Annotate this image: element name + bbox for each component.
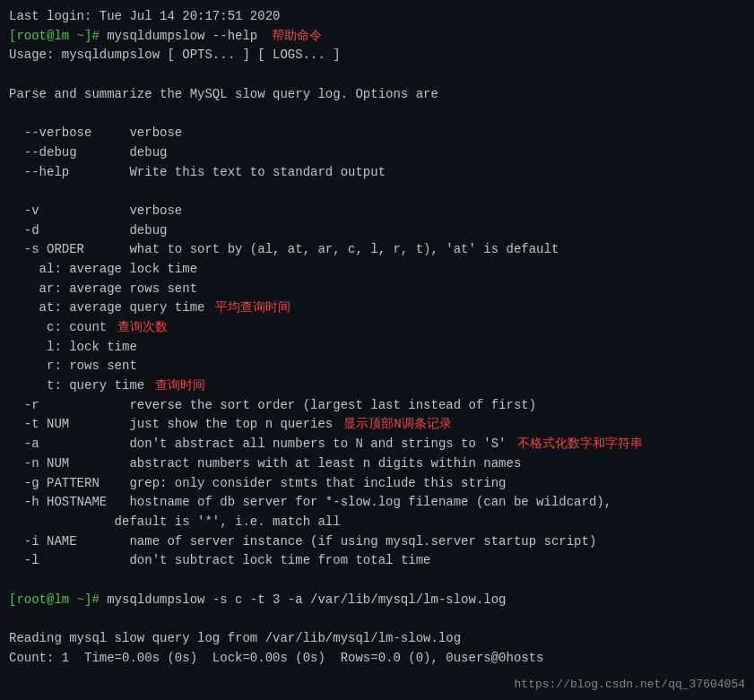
sub-text: al: average lock time [9, 260, 197, 280]
terminal-line: -h HOSTNAME hostname of db server for *-… [9, 493, 745, 513]
sub-text: c: count [9, 318, 107, 338]
terminal-line: Last login: Tue Jul 14 20:17:51 2020 [9, 7, 745, 27]
terminal-line: -v verbose [9, 202, 745, 221]
terminal-line: -a don't abstract all numbers to N and s… [9, 435, 745, 454]
terminal-line: -g PATTERN grep: only consider stmts tha… [9, 474, 745, 494]
option-desc: reverse the sort order (largest last ins… [39, 396, 537, 416]
annotation: 帮助命令 [272, 27, 322, 47]
option-flag: -i NAME [9, 532, 77, 552]
terminal-line: -n NUM abstract numbers with at least n … [9, 454, 745, 474]
sub-text: l: lock time [9, 338, 137, 358]
sub-text: ar: average rows sent [9, 280, 197, 299]
annotation: 不格式化数字和字符串 [517, 435, 643, 454]
option-flag: -t NUM [9, 415, 69, 435]
terminal-line: -i NAME name of server instance (if usin… [9, 532, 745, 552]
option-desc: verbose [39, 202, 183, 221]
option-flag: -g PATTERN [9, 474, 100, 494]
terminal-line: [root@lm ~]# mysqldumpslow --help帮助命令 [9, 27, 745, 47]
terminal-line: al: average lock time [9, 260, 745, 280]
annotation: 查询次数 [117, 318, 168, 338]
terminal-line: -l don't subtract lock time from total t… [9, 551, 745, 571]
prompt: [root@lm ~]# [9, 27, 107, 47]
option-desc: Write this text to standard output [69, 163, 386, 183]
option-flag: -n NUM [9, 454, 69, 474]
terminal-line: t: query time查询时间 [9, 376, 745, 396]
terminal-line: -r reverse the sort order (largest last … [9, 396, 745, 416]
option-desc: name of server instance (if using mysql.… [77, 532, 597, 552]
terminal-line: --verbose verbose [9, 124, 745, 143]
option-flag: -v [9, 202, 39, 221]
terminal-line: --debug debug [9, 143, 745, 163]
terminal-line: Parse and summarize the MySQL slow query… [9, 85, 745, 105]
option-desc: abstract numbers with at least n digits … [69, 454, 521, 474]
terminal-line: -s ORDER what to sort by (al, at, ar, c,… [9, 240, 745, 260]
option-flag: --verbose [9, 124, 91, 143]
terminal-line: default is '*', i.e. match all [9, 513, 745, 532]
option-desc: don't subtract lock time from total time [39, 551, 431, 571]
option-flag: -h HOSTNAME [9, 493, 107, 513]
option-desc: verbose [91, 124, 182, 143]
annotation: 平均查询时间 [215, 298, 290, 318]
option-desc: grep: only consider stmts that include t… [100, 474, 507, 494]
option-flag: --debug [9, 143, 77, 163]
terminal-line: Reading mysql slow query log from /var/l… [9, 629, 745, 649]
terminal-text: Parse and summarize the MySQL slow query… [9, 85, 438, 105]
terminal-text: Count: 1 Time=0.00s (0s) Lock=0.00s (0s)… [9, 649, 544, 669]
terminal-line: Count: 1 Time=0.00s (0s) Lock=0.00s (0s)… [9, 649, 745, 669]
option-flag: -a [9, 435, 39, 454]
terminal-line: ar: average rows sent [9, 280, 745, 299]
option-desc: don't abstract all numbers to N and stri… [39, 435, 507, 454]
terminal-line [9, 65, 745, 85]
terminal-line [9, 104, 745, 124]
annotation: 查询时间 [155, 376, 205, 396]
option-desc: debug [39, 221, 168, 241]
terminal-line: r: rows sent [9, 357, 745, 376]
terminal-line: -t NUM just show the top n queries显示顶部N调… [9, 415, 745, 435]
terminal-line: [root@lm ~]# mysqldumpslow -s c -t 3 -a … [9, 591, 745, 610]
terminal-text: Last login: Tue Jul 14 20:17:51 2020 [9, 7, 280, 27]
sub-text: default is '*', i.e. match all [9, 513, 341, 532]
terminal-text: Usage: mysqldumpslow [ OPTS... ] [ LOGS.… [9, 46, 341, 65]
terminal-window: Last login: Tue Jul 14 20:17:51 2020[roo… [0, 0, 754, 700]
sub-text: at: average query time [9, 298, 204, 318]
option-desc: just show the top n queries [69, 415, 333, 435]
command-text: mysqldumpslow -s c -t 3 -a /var/lib/mysq… [107, 591, 506, 610]
terminal-line: at: average query time平均查询时间 [9, 298, 745, 318]
option-flag: -s ORDER [9, 240, 84, 260]
terminal-line: --help Write this text to standard outpu… [9, 163, 745, 183]
terminal-line [9, 571, 745, 591]
terminal-line: c: count查询次数 [9, 318, 745, 338]
command-text: mysqldumpslow --help [107, 27, 257, 47]
option-flag: -d [9, 221, 39, 241]
option-flag: -l [9, 551, 39, 571]
annotation: 显示顶部N调条记录 [343, 415, 451, 435]
option-flag: -r [9, 396, 39, 416]
option-desc: hostname of db server for *-slow.log fil… [107, 493, 611, 513]
sub-text: r: rows sent [9, 357, 137, 376]
terminal-line: -d debug [9, 221, 745, 241]
prompt: [root@lm ~]# [9, 591, 107, 610]
terminal-line: l: lock time [9, 338, 745, 358]
option-desc: debug [77, 143, 168, 163]
url-bar: https://blog.csdn.net/qq_37604054 [515, 678, 745, 691]
option-flag: --help [9, 163, 69, 183]
terminal-line [9, 182, 745, 202]
terminal-line: Usage: mysqldumpslow [ OPTS... ] [ LOGS.… [9, 46, 745, 65]
sub-text: t: query time [9, 376, 144, 396]
option-desc: what to sort by (al, at, ar, c, l, r, t)… [84, 240, 559, 260]
terminal-line [9, 609, 745, 629]
terminal-text: Reading mysql slow query log from /var/l… [9, 629, 461, 649]
